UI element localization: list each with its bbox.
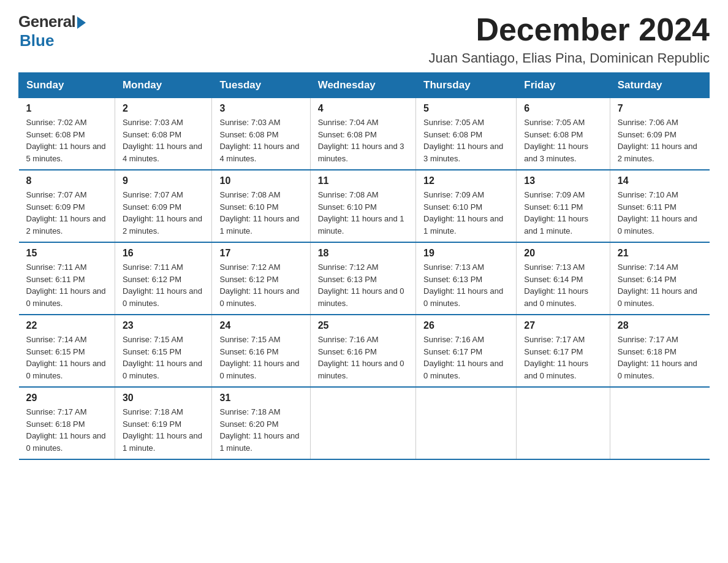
day-number: 25 bbox=[318, 320, 408, 331]
header-thursday: Thursday bbox=[416, 73, 517, 98]
calendar-week-row: 1 Sunrise: 7:02 AMSunset: 6:08 PMDayligh… bbox=[19, 98, 710, 170]
calendar-cell: 26 Sunrise: 7:16 AMSunset: 6:17 PMDaylig… bbox=[416, 315, 517, 387]
day-info: Sunrise: 7:11 AMSunset: 6:11 PMDaylight:… bbox=[26, 261, 107, 309]
day-info: Sunrise: 7:14 AMSunset: 6:15 PMDaylight:… bbox=[26, 334, 107, 381]
day-number: 2 bbox=[123, 103, 205, 114]
day-info: Sunrise: 7:08 AMSunset: 6:10 PMDaylight:… bbox=[318, 189, 408, 237]
day-number: 10 bbox=[219, 175, 302, 186]
day-number: 29 bbox=[26, 393, 107, 404]
day-info: Sunrise: 7:13 AMSunset: 6:14 PMDaylight:… bbox=[524, 261, 602, 309]
calendar-cell bbox=[310, 387, 415, 459]
calendar-cell: 19 Sunrise: 7:13 AMSunset: 6:13 PMDaylig… bbox=[416, 242, 517, 315]
calendar-cell: 23 Sunrise: 7:15 AMSunset: 6:15 PMDaylig… bbox=[115, 315, 212, 387]
day-info: Sunrise: 7:17 AMSunset: 6:18 PMDaylight:… bbox=[26, 406, 107, 454]
day-number: 17 bbox=[219, 248, 302, 259]
day-number: 18 bbox=[318, 248, 408, 259]
day-info: Sunrise: 7:16 AMSunset: 6:17 PMDaylight:… bbox=[423, 334, 509, 381]
calendar-cell: 30 Sunrise: 7:18 AMSunset: 6:19 PMDaylig… bbox=[115, 387, 212, 459]
calendar-cell bbox=[517, 387, 610, 459]
day-info: Sunrise: 7:05 AMSunset: 6:08 PMDaylight:… bbox=[524, 117, 602, 164]
day-info: Sunrise: 7:18 AMSunset: 6:19 PMDaylight:… bbox=[123, 406, 205, 454]
day-number: 22 bbox=[26, 320, 107, 331]
day-info: Sunrise: 7:07 AMSunset: 6:09 PMDaylight:… bbox=[123, 189, 205, 237]
header-wednesday: Wednesday bbox=[310, 73, 415, 98]
day-info: Sunrise: 7:08 AMSunset: 6:10 PMDaylight:… bbox=[219, 189, 302, 237]
calendar-cell: 7 Sunrise: 7:06 AMSunset: 6:09 PMDayligh… bbox=[610, 98, 709, 170]
day-info: Sunrise: 7:10 AMSunset: 6:11 PMDaylight:… bbox=[618, 189, 702, 237]
day-info: Sunrise: 7:09 AMSunset: 6:11 PMDaylight:… bbox=[524, 189, 602, 237]
calendar-cell: 20 Sunrise: 7:13 AMSunset: 6:14 PMDaylig… bbox=[517, 242, 610, 315]
calendar-cell: 31 Sunrise: 7:18 AMSunset: 6:20 PMDaylig… bbox=[212, 387, 310, 459]
calendar-cell: 4 Sunrise: 7:04 AMSunset: 6:08 PMDayligh… bbox=[310, 98, 415, 170]
day-info: Sunrise: 7:14 AMSunset: 6:14 PMDaylight:… bbox=[618, 261, 702, 309]
day-info: Sunrise: 7:03 AMSunset: 6:08 PMDaylight:… bbox=[123, 117, 205, 164]
calendar-cell: 15 Sunrise: 7:11 AMSunset: 6:11 PMDaylig… bbox=[19, 242, 115, 315]
header-monday: Monday bbox=[115, 73, 212, 98]
day-number: 21 bbox=[618, 248, 702, 259]
calendar-cell: 3 Sunrise: 7:03 AMSunset: 6:08 PMDayligh… bbox=[212, 98, 310, 170]
location-title: Juan Santiago, Elias Pina, Dominican Rep… bbox=[428, 50, 710, 66]
day-info: Sunrise: 7:11 AMSunset: 6:12 PMDaylight:… bbox=[123, 261, 205, 309]
day-number: 24 bbox=[219, 320, 302, 331]
day-number: 6 bbox=[524, 103, 602, 114]
header-saturday: Saturday bbox=[610, 73, 709, 98]
day-number: 5 bbox=[423, 103, 509, 114]
calendar-week-row: 29 Sunrise: 7:17 AMSunset: 6:18 PMDaylig… bbox=[19, 387, 710, 459]
header-friday: Friday bbox=[517, 73, 610, 98]
calendar-week-row: 8 Sunrise: 7:07 AMSunset: 6:09 PMDayligh… bbox=[19, 170, 710, 242]
calendar-cell: 28 Sunrise: 7:17 AMSunset: 6:18 PMDaylig… bbox=[610, 315, 709, 387]
day-info: Sunrise: 7:02 AMSunset: 6:08 PMDaylight:… bbox=[26, 117, 107, 164]
calendar-cell: 18 Sunrise: 7:12 AMSunset: 6:13 PMDaylig… bbox=[310, 242, 415, 315]
calendar-cell: 21 Sunrise: 7:14 AMSunset: 6:14 PMDaylig… bbox=[610, 242, 709, 315]
calendar-cell: 12 Sunrise: 7:09 AMSunset: 6:10 PMDaylig… bbox=[416, 170, 517, 242]
day-number: 31 bbox=[219, 393, 302, 404]
calendar-cell: 8 Sunrise: 7:07 AMSunset: 6:09 PMDayligh… bbox=[19, 170, 115, 242]
day-number: 28 bbox=[618, 320, 702, 331]
day-number: 3 bbox=[219, 103, 302, 114]
calendar-cell: 27 Sunrise: 7:17 AMSunset: 6:17 PMDaylig… bbox=[517, 315, 610, 387]
page-header: General Blue December 2024 Juan Santiago… bbox=[18, 12, 710, 66]
day-number: 14 bbox=[618, 175, 702, 186]
day-number: 4 bbox=[318, 103, 408, 114]
logo: General Blue bbox=[18, 12, 86, 50]
day-info: Sunrise: 7:05 AMSunset: 6:08 PMDaylight:… bbox=[423, 117, 509, 164]
day-info: Sunrise: 7:06 AMSunset: 6:09 PMDaylight:… bbox=[618, 117, 702, 164]
logo-blue-text: Blue bbox=[20, 31, 54, 50]
day-number: 1 bbox=[26, 103, 107, 114]
header-tuesday: Tuesday bbox=[212, 73, 310, 98]
day-info: Sunrise: 7:16 AMSunset: 6:16 PMDaylight:… bbox=[318, 334, 408, 381]
day-info: Sunrise: 7:13 AMSunset: 6:13 PMDaylight:… bbox=[423, 261, 509, 309]
calendar-cell: 11 Sunrise: 7:08 AMSunset: 6:10 PMDaylig… bbox=[310, 170, 415, 242]
calendar-header-row: SundayMondayTuesdayWednesdayThursdayFrid… bbox=[19, 73, 710, 98]
calendar-cell bbox=[610, 387, 709, 459]
day-number: 27 bbox=[524, 320, 602, 331]
day-number: 20 bbox=[524, 248, 602, 259]
day-number: 15 bbox=[26, 248, 107, 259]
day-number: 19 bbox=[423, 248, 509, 259]
day-info: Sunrise: 7:12 AMSunset: 6:12 PMDaylight:… bbox=[219, 261, 302, 309]
calendar-cell: 2 Sunrise: 7:03 AMSunset: 6:08 PMDayligh… bbox=[115, 98, 212, 170]
day-number: 11 bbox=[318, 175, 408, 186]
calendar-week-row: 22 Sunrise: 7:14 AMSunset: 6:15 PMDaylig… bbox=[19, 315, 710, 387]
logo-arrow-icon bbox=[77, 17, 86, 29]
calendar-cell: 25 Sunrise: 7:16 AMSunset: 6:16 PMDaylig… bbox=[310, 315, 415, 387]
month-title: December 2024 bbox=[428, 12, 710, 47]
day-info: Sunrise: 7:07 AMSunset: 6:09 PMDaylight:… bbox=[26, 189, 107, 237]
day-info: Sunrise: 7:17 AMSunset: 6:18 PMDaylight:… bbox=[618, 334, 702, 381]
day-info: Sunrise: 7:15 AMSunset: 6:15 PMDaylight:… bbox=[123, 334, 205, 381]
calendar-cell: 1 Sunrise: 7:02 AMSunset: 6:08 PMDayligh… bbox=[19, 98, 115, 170]
day-number: 8 bbox=[26, 175, 107, 186]
day-number: 9 bbox=[123, 175, 205, 186]
day-info: Sunrise: 7:17 AMSunset: 6:17 PMDaylight:… bbox=[524, 334, 602, 381]
calendar-cell: 29 Sunrise: 7:17 AMSunset: 6:18 PMDaylig… bbox=[19, 387, 115, 459]
calendar-cell: 17 Sunrise: 7:12 AMSunset: 6:12 PMDaylig… bbox=[212, 242, 310, 315]
day-number: 7 bbox=[618, 103, 702, 114]
day-number: 12 bbox=[423, 175, 509, 186]
calendar-cell: 10 Sunrise: 7:08 AMSunset: 6:10 PMDaylig… bbox=[212, 170, 310, 242]
calendar-cell bbox=[416, 387, 517, 459]
calendar-cell: 5 Sunrise: 7:05 AMSunset: 6:08 PMDayligh… bbox=[416, 98, 517, 170]
day-info: Sunrise: 7:04 AMSunset: 6:08 PMDaylight:… bbox=[318, 117, 408, 164]
calendar-week-row: 15 Sunrise: 7:11 AMSunset: 6:11 PMDaylig… bbox=[19, 242, 710, 315]
logo-general-text: General bbox=[18, 12, 75, 31]
day-number: 16 bbox=[123, 248, 205, 259]
